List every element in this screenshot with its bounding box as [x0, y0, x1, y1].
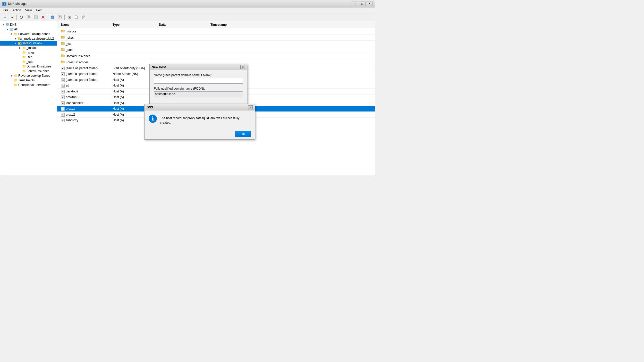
folder-icon-msdcs: 📁 [22, 46, 26, 50]
record-icon: A [61, 95, 65, 99]
minimize-button[interactable]: ─ [352, 2, 358, 6]
expand-forestDns[interactable]: ▶ [18, 69, 22, 73]
tree-sites-label: _sites [27, 51, 35, 54]
svg-rect-9 [35, 18, 37, 19]
cell-data [157, 56, 208, 56]
svg-rect-54 [61, 55, 63, 55]
dns-dialog-title: DNS [147, 106, 153, 109]
forward-button[interactable]: → [9, 14, 15, 20]
cell-type [111, 62, 157, 63]
record-icon: A [61, 89, 65, 93]
expand-msdcs-fwd[interactable]: ▶ [14, 37, 18, 41]
record-icon: A [61, 101, 65, 105]
tree-msdcs-label: _msdcs [27, 46, 37, 50]
expand-sites[interactable]: ▶ [18, 50, 22, 55]
tree-conditional-label: Conditional Forwarders [18, 83, 50, 87]
tree-item-udp[interactable]: ▶ 📁 _udp [0, 59, 57, 64]
cell-name: DomainDnsZones [59, 54, 111, 58]
col-timestamp[interactable]: Timestamp [208, 22, 247, 27]
record-icon: A [61, 66, 65, 70]
expand-rev[interactable]: ▶ [10, 74, 14, 78]
paste-button[interactable] [80, 14, 87, 20]
save-button[interactable] [32, 14, 39, 20]
copy-button[interactable] [73, 14, 80, 20]
toolbar-sep-1 [16, 15, 17, 20]
tree-item-rev[interactable]: ▶ 📁 Reverse Lookup Zones [0, 73, 57, 78]
table-row[interactable]: _sites [57, 35, 375, 41]
menu-action[interactable]: Action [10, 8, 23, 13]
tree-item-dns[interactable]: ▼ DNS [0, 22, 57, 27]
expand-conditional[interactable]: ▶ [10, 83, 14, 87]
record-icon: A [61, 118, 65, 123]
new-host-close-button[interactable]: ✕ [240, 65, 245, 69]
fqdn-value: safesquid.lab2. [154, 91, 243, 97]
name-input[interactable] [154, 78, 243, 84]
dns-ok-button[interactable]: OK [235, 131, 251, 137]
dns-server-icon [5, 23, 10, 27]
cell-name: _sites [59, 35, 111, 40]
record-icon: A [61, 113, 65, 117]
delete-button[interactable] [40, 14, 46, 20]
tree-item-forestDns[interactable]: ▶ 📁 ForestDnsZones [0, 69, 57, 73]
dns-message: The host record sabproxy.safesquid.lab2 … [160, 115, 251, 125]
expand-dns[interactable]: ▼ [1, 23, 5, 27]
svg-rect-38 [18, 38, 20, 38]
svg-rect-52 [61, 48, 63, 49]
table-row[interactable]: _msdcs [57, 28, 375, 35]
svg-rect-46 [61, 30, 63, 30]
expand-ad[interactable]: ▼ [5, 27, 10, 31]
tree-safesquid-label: safesquid.lab2 [22, 41, 42, 45]
tree-item-domainDns[interactable]: ▶ 📁 DomainDnsZones [0, 64, 57, 69]
table-row[interactable]: DomainDnsZones [57, 53, 375, 59]
record-icon: A [61, 84, 65, 88]
cell-name: Adesktop2 [59, 89, 111, 94]
tree-item-fwd[interactable]: ▼ 📁 Forward Lookup Zones [0, 32, 57, 36]
expand-msdcs[interactable]: ▶ [18, 46, 22, 50]
tree-item-ad[interactable]: ▼ AD [0, 27, 57, 32]
export-list-button[interactable] [25, 14, 32, 20]
delete-record-button[interactable] [66, 14, 73, 20]
help-button[interactable]: ? [49, 14, 56, 20]
tree-item-tcp[interactable]: ▶ 📁 _tcp [0, 55, 57, 59]
app-icon: D [2, 2, 6, 6]
new-host-dialog-title: New Host [152, 65, 166, 69]
properties-button[interactable] [56, 14, 63, 20]
tree-domainDns-label: DomainDnsZones [27, 65, 51, 68]
cell-timestamp [208, 37, 247, 38]
table-row[interactable]: _tcp [57, 41, 375, 47]
tree-item-msdcs-fwd[interactable]: ▶ DS _msdcs.safesquid.lab2 [0, 36, 57, 41]
tree-item-trust[interactable]: ▶ 📁 Trust Points [0, 78, 57, 83]
expand-fwd[interactable]: ▼ [10, 32, 14, 36]
folder-icon-tcp: 📁 [22, 55, 26, 59]
ad-server-icon [10, 27, 14, 31]
expand-domainDns[interactable]: ▶ [18, 64, 22, 68]
expand-udp[interactable]: ▶ [18, 60, 22, 64]
info-icon: ℹ [149, 115, 157, 123]
close-button[interactable]: ✕ [366, 2, 373, 6]
col-type[interactable]: Type [111, 22, 157, 27]
refresh-button[interactable] [18, 14, 25, 20]
fqdn-label: Fully qualified domain name (FQDN): [154, 87, 243, 90]
dns-close-button[interactable]: ✕ [248, 105, 253, 109]
tree-item-conditional[interactable]: ▶ 📁 Conditional Forwarders [0, 83, 57, 87]
cell-name: A(same as parent folder) [59, 77, 111, 82]
expand-tcp[interactable]: ▶ [18, 55, 22, 59]
maximize-button[interactable]: □ [359, 2, 366, 6]
cell-timestamp [208, 44, 247, 44]
tree-item-safesquid[interactable]: ▼ DS safesquid.lab2 [0, 41, 57, 46]
expand-safesquid[interactable]: ▼ [14, 41, 18, 45]
tree-item-msdcs[interactable]: ▶ 📁 _msdcs [0, 46, 57, 50]
table-row[interactable]: _udp [57, 47, 375, 53]
expand-trust[interactable]: ▶ [10, 78, 14, 82]
record-icon: A [61, 72, 65, 76]
svg-text:?: ? [52, 16, 53, 19]
menu-file[interactable]: File [1, 8, 10, 13]
menu-view[interactable]: View [23, 8, 34, 13]
back-button[interactable]: ← [1, 14, 8, 20]
folder-icon-domainDns: 📁 [22, 64, 26, 68]
tree-item-sites[interactable]: ▶ 📁 _sites [0, 50, 57, 55]
col-name[interactable]: Name [59, 22, 111, 27]
menu-help[interactable]: Help [34, 8, 45, 13]
col-data[interactable]: Data [157, 22, 208, 27]
record-icon: A [61, 78, 65, 82]
